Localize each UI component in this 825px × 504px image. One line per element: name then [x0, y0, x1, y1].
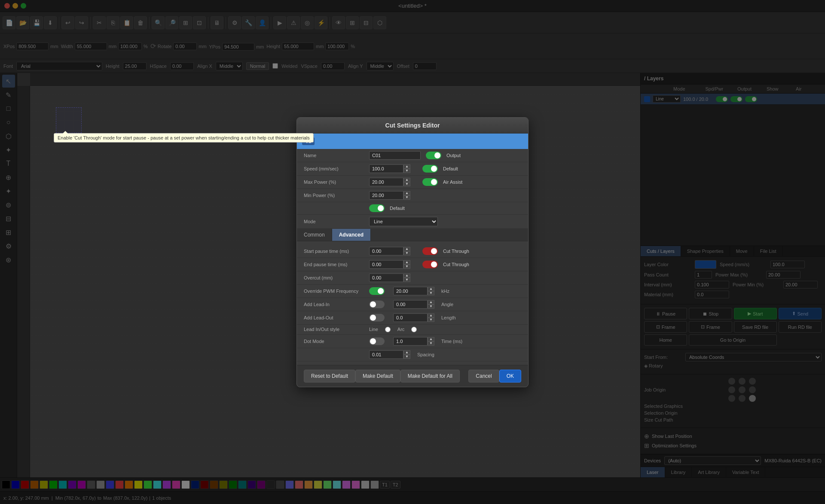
- lead-in-row: Add Lead-In ▲ ▼ Angle: [297, 298, 528, 311]
- modal-tab-advanced[interactable]: Advanced: [332, 229, 371, 241]
- cut-through-toggle1[interactable]: [422, 247, 438, 255]
- dot-time-label: Time (ms): [441, 339, 462, 344]
- modal-name-row: Name Output: [297, 149, 528, 162]
- pwm-up[interactable]: ▲: [428, 287, 434, 291]
- mode-label: Mode: [304, 219, 364, 224]
- name-field-input[interactable]: [369, 151, 421, 160]
- end-pause-dn[interactable]: ▼: [403, 264, 410, 269]
- modal-min-power-row: Min Power (%) ▲ ▼: [297, 189, 528, 202]
- speed-stepper[interactable]: ▲ ▼: [369, 164, 410, 173]
- start-pause-up[interactable]: ▲: [403, 247, 410, 251]
- speed-up-btn[interactable]: ▲: [403, 164, 410, 169]
- output-label: Output: [446, 153, 461, 158]
- modal-default2-row: Default: [297, 202, 528, 215]
- overcut-up[interactable]: ▲: [403, 273, 410, 278]
- modal-layer-bar: 01: [297, 134, 528, 149]
- max-pwr-up-btn[interactable]: ▲: [403, 178, 410, 182]
- lead-in-dn[interactable]: ▼: [428, 304, 434, 309]
- layer-color-bar: [318, 138, 523, 144]
- lead-in-label: Add Lead-In: [304, 302, 364, 307]
- end-pause-stepper[interactable]: ▲ ▼: [369, 260, 410, 269]
- output-toggle[interactable]: [426, 152, 441, 159]
- modal-max-power-row: Max Power (%) ▲ ▼ Air Assist: [297, 176, 528, 189]
- min-pwr-dn-btn[interactable]: ▼: [403, 195, 410, 200]
- air-assist-toggle[interactable]: [422, 178, 438, 186]
- modal-tab-common[interactable]: Common: [297, 229, 332, 241]
- dot-time-up[interactable]: ▲: [428, 337, 434, 341]
- cut-through-toggle2[interactable]: [422, 261, 438, 268]
- name-field-label: Name: [304, 153, 364, 158]
- lead-style-row: Lead In/Out style Line Arc: [297, 325, 528, 335]
- max-power-label: Max Power (%): [304, 179, 364, 185]
- dot-spacing-row: ▲ ▼ Spacing: [297, 348, 528, 361]
- lead-out-toggle[interactable]: [369, 314, 385, 322]
- dot-spacing-stepper[interactable]: ▲ ▼: [369, 350, 410, 359]
- speed-dn-btn[interactable]: ▼: [403, 169, 410, 173]
- lead-out-up[interactable]: ▲: [428, 313, 434, 318]
- lead-in-angle: Angle: [441, 302, 453, 307]
- default-label: Default: [443, 166, 458, 171]
- lead-out-length: Length: [441, 315, 456, 320]
- ok-button[interactable]: OK: [499, 370, 521, 383]
- make-default-all-button[interactable]: Make Default for All: [400, 370, 460, 383]
- lead-arc-radio[interactable]: [411, 327, 417, 332]
- modal-layer-num: 01: [302, 137, 315, 145]
- lead-in-up[interactable]: ▲: [428, 300, 434, 304]
- default2-toggle[interactable]: [369, 204, 385, 212]
- pwm-toggle[interactable]: [369, 287, 385, 295]
- end-pause-row: End pause time (ms) ▲ ▼ Cut Through: [297, 258, 528, 271]
- modal-title: Cut Settings Editor: [297, 118, 528, 134]
- start-pause-dn[interactable]: ▼: [403, 251, 410, 255]
- max-power-stepper[interactable]: ▲ ▼: [369, 178, 410, 186]
- modal-footer: Reset to Default Make Default Make Defau…: [297, 365, 528, 387]
- overcut-stepper[interactable]: ▲ ▼: [369, 273, 410, 282]
- lead-out-label: Add Lead-Out: [304, 315, 364, 320]
- overcut-dn[interactable]: ▼: [403, 278, 410, 282]
- default-toggle[interactable]: [422, 165, 438, 173]
- lead-line-label: Line: [369, 327, 378, 332]
- start-pause-row: Start pause time (ms) ▲ ▼ Cut Through: [297, 245, 528, 258]
- overcut-row: Overcut (mm) ▲ ▼: [297, 271, 528, 285]
- lead-line-radio[interactable]: [385, 327, 391, 332]
- cut-through-label1: Cut Through: [443, 249, 469, 254]
- make-default-button[interactable]: Make Default: [355, 370, 400, 383]
- dot-mode-toggle[interactable]: [369, 337, 385, 345]
- dot-spacing-label: Spacing: [417, 352, 434, 357]
- modal-tabs: Common Advanced: [297, 229, 528, 241]
- default2-label: Default: [390, 206, 405, 211]
- pwm-stepper[interactable]: ▲ ▼: [393, 287, 434, 295]
- cut-through-label2: Cut Through: [443, 262, 469, 267]
- min-power-label: Min Power (%): [304, 193, 364, 198]
- lead-out-row: Add Lead-Out ▲ ▼ Length: [297, 311, 528, 325]
- lead-out-stepper[interactable]: ▲ ▼: [393, 313, 434, 322]
- min-pwr-up-btn[interactable]: ▲: [403, 191, 410, 195]
- lead-in-stepper[interactable]: ▲ ▼: [393, 300, 434, 309]
- pwm-label: Override PWM Frequency: [304, 288, 364, 294]
- dot-time-stepper[interactable]: ▲ ▼: [393, 337, 434, 346]
- overcut-label: Overcut (mm): [304, 275, 364, 280]
- lead-out-dn[interactable]: ▼: [428, 318, 434, 322]
- lead-style-label: Lead In/Out style: [304, 327, 364, 332]
- modal-speed-row: Speed (mm/sec) ▲ ▼ Default: [297, 162, 528, 176]
- dot-sp-up[interactable]: ▲: [403, 350, 410, 355]
- pwm-dn[interactable]: ▼: [428, 291, 434, 295]
- start-pause-stepper[interactable]: ▲ ▼: [369, 247, 410, 255]
- dot-mode-row: Dot Mode ▲ ▼ Time (ms): [297, 335, 528, 348]
- mode-select[interactable]: Line: [369, 217, 438, 226]
- dot-time-dn[interactable]: ▼: [428, 341, 434, 346]
- cancel-button[interactable]: Cancel: [468, 370, 499, 383]
- end-pause-up[interactable]: ▲: [403, 260, 410, 264]
- reset-default-button[interactable]: Reset to Default: [304, 370, 355, 383]
- air-assist-label: Air Assist: [443, 179, 462, 185]
- modal-mode-row: Mode Line: [297, 215, 528, 229]
- pwm-unit: kHz: [441, 288, 449, 294]
- max-pwr-dn-btn[interactable]: ▼: [403, 182, 410, 186]
- end-pause-label: End pause time (ms): [304, 262, 364, 267]
- lead-in-toggle[interactable]: [369, 301, 385, 308]
- lead-arc-label: Arc: [397, 327, 405, 332]
- start-pause-label: Start pause time (ms): [304, 249, 364, 254]
- modal-overlay[interactable]: Cut Settings Editor 01 Name Output Speed…: [0, 0, 825, 504]
- dot-sp-dn[interactable]: ▼: [403, 355, 410, 359]
- cut-settings-editor: Cut Settings Editor 01 Name Output Speed…: [296, 117, 529, 387]
- min-power-stepper[interactable]: ▲ ▼: [369, 191, 410, 200]
